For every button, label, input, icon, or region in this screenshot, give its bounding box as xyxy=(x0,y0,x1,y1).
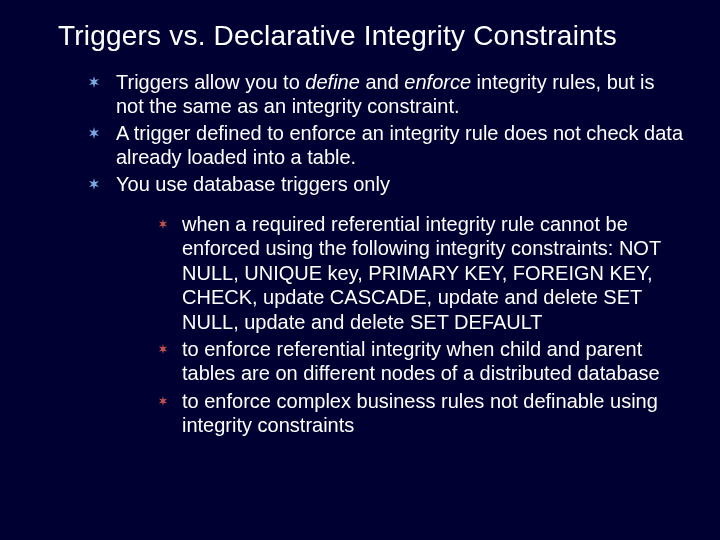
bullet-item: You use database triggers only when a re… xyxy=(88,172,686,438)
bullet-text: A trigger defined to enforce an integrit… xyxy=(116,122,683,168)
starburst-icon xyxy=(158,219,168,229)
svg-marker-1 xyxy=(89,127,99,139)
starburst-icon xyxy=(158,396,168,406)
bullet-text: You use database triggers only xyxy=(116,173,390,195)
svg-marker-5 xyxy=(159,396,167,406)
svg-marker-4 xyxy=(159,344,167,354)
slide: Triggers vs. Declarative Integrity Const… xyxy=(0,0,720,540)
sub-bullet-item: when a required referential integrity ru… xyxy=(158,212,686,334)
bullet-text: Triggers allow you to define and enforce… xyxy=(116,71,654,117)
bullet-item: A trigger defined to enforce an integrit… xyxy=(88,121,686,170)
main-bullet-list: Triggers allow you to define and enforce… xyxy=(88,70,686,437)
sub-bullet-text: to enforce complex business rules not de… xyxy=(182,390,658,436)
starburst-icon xyxy=(88,76,100,88)
slide-title: Triggers vs. Declarative Integrity Const… xyxy=(58,20,696,52)
starburst-icon xyxy=(88,127,100,139)
sub-bullet-text: when a required referential integrity ru… xyxy=(182,213,661,333)
svg-marker-0 xyxy=(89,76,99,88)
starburst-icon xyxy=(158,344,168,354)
bullet-item: Triggers allow you to define and enforce… xyxy=(88,70,686,119)
sub-bullet-item: to enforce complex business rules not de… xyxy=(158,389,686,438)
sub-bullet-list: when a required referential integrity ru… xyxy=(158,212,686,438)
starburst-icon xyxy=(88,178,100,190)
svg-marker-2 xyxy=(89,178,99,190)
sub-bullet-text: to enforce referential integrity when ch… xyxy=(182,338,660,384)
svg-marker-3 xyxy=(159,219,167,229)
sub-bullet-item: to enforce referential integrity when ch… xyxy=(158,337,686,386)
